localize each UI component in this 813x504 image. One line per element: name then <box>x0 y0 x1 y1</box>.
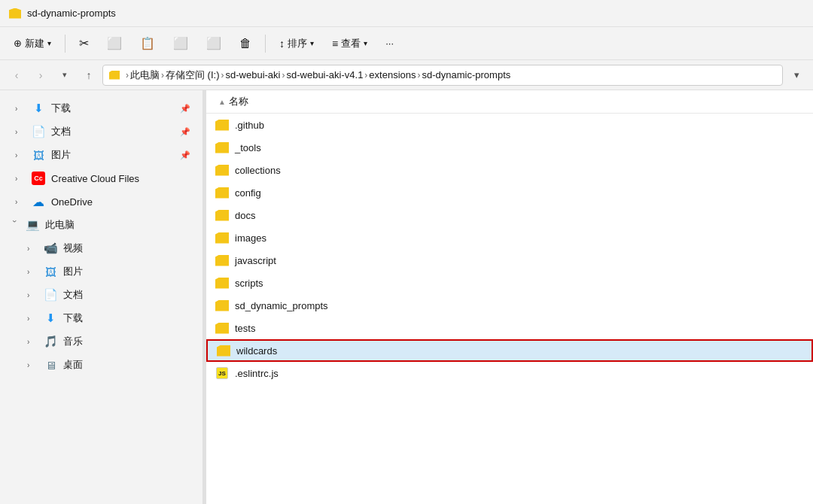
folder-icon <box>215 255 229 266</box>
file-row[interactable]: _tools <box>206 136 813 159</box>
path-segment-storage[interactable]: 存储空间 (I:) <box>166 68 220 82</box>
picture-icon: 🖼 <box>44 265 57 278</box>
column-name-label[interactable]: 名称 <box>229 95 804 108</box>
document-chevron-icon: › <box>27 291 38 299</box>
download-chevron-icon: › <box>15 105 26 113</box>
sidebar-item-downloads[interactable]: › ⬇ 下载 <box>3 307 199 329</box>
sidebar-item-onedrive[interactable]: › ☁ OneDrive <box>3 190 199 213</box>
recent-button[interactable]: ▾ <box>54 65 75 86</box>
file-row[interactable]: sd_dynamic_prompts <box>206 294 813 317</box>
delete-icon: 🗑 <box>239 37 251 50</box>
file-row[interactable]: images <box>206 226 813 249</box>
folder-icon <box>215 323 229 334</box>
path-sep-5: › <box>418 70 421 80</box>
file-row[interactable]: docs <box>206 204 813 226</box>
forward-button[interactable]: › <box>30 65 51 86</box>
file-row[interactable]: tests <box>206 317 813 339</box>
sidebar-item-desktop[interactable]: › 🖥 桌面 <box>3 354 199 376</box>
folder-icon <box>215 120 229 131</box>
sidebar-video-label: 视频 <box>63 241 190 255</box>
file-name-label: wildcards <box>236 345 277 357</box>
copy-button[interactable]: ⬜ <box>99 32 129 54</box>
js-file-icon: JS <box>215 366 229 380</box>
file-row[interactable]: .github <box>206 114 813 136</box>
paste-button[interactable]: 📋 <box>132 32 163 54</box>
sidebar-item-creative-cloud[interactable]: › Cc Creative Cloud Files <box>3 167 199 190</box>
file-name-label: tests <box>235 323 255 334</box>
back-button[interactable]: ‹ <box>6 65 27 86</box>
sidebar-document-label: 文档 <box>63 288 190 302</box>
document-icon: 📄 <box>44 288 57 302</box>
address-chevron-button[interactable]: ▾ <box>786 65 807 86</box>
more-button[interactable]: ··· <box>378 34 401 53</box>
rename-icon: ⬜ <box>173 36 188 50</box>
file-list-area: ▲ 名称 .github _tools collections config d… <box>206 90 813 504</box>
folder-icon <box>217 345 230 357</box>
copy-icon: ⬜ <box>107 36 122 50</box>
desktop-chevron-icon: › <box>27 361 38 369</box>
sidebar-item-document[interactable]: › 📄 文档 <box>3 284 199 306</box>
onedrive-icon: ☁ <box>32 195 45 208</box>
sidebar-item-images[interactable]: › 🖼 图片 📌 <box>3 144 199 166</box>
file-row[interactable]: scripts <box>206 272 813 294</box>
folder-icon <box>215 278 229 289</box>
paste-icon: 📋 <box>140 36 155 50</box>
downloads-chevron-icon: › <box>27 314 38 323</box>
sort-label: 排序 <box>288 37 307 50</box>
file-name-label: _tools <box>235 142 261 153</box>
images-pin-icon: 📌 <box>180 150 190 160</box>
file-name-label: config <box>235 187 261 199</box>
doc-pin-icon: 📌 <box>180 127 190 137</box>
sidebar-onedrive-label: OneDrive <box>51 196 190 208</box>
path-sep-4: › <box>364 70 367 80</box>
download-pin-icon: 📌 <box>180 104 190 114</box>
sidebar-images-label: 图片 <box>51 148 174 162</box>
rename-button[interactable]: ⬜ <box>166 32 196 54</box>
address-path[interactable]: › 此电脑 › 存储空间 (I:) › sd-webui-aki › sd-we… <box>102 65 783 86</box>
sidebar-picture-label: 图片 <box>63 265 190 278</box>
sidebar-doc-label: 文档 <box>51 125 174 138</box>
delete-button[interactable]: 🗑 <box>232 33 259 54</box>
sidebar-music-label: 音乐 <box>63 335 190 348</box>
toolbar: ⊕ 新建 ▾ ✂ ⬜ 📋 ⬜ ⬜ 🗑 ↕ 排序 ▾ ≡ 查看 ▾ ··· <box>0 27 813 60</box>
sidebar-item-video[interactable]: › 📹 视频 <box>3 237 199 260</box>
path-segment-sd-aki[interactable]: sd-webui-aki <box>226 69 281 80</box>
desktop-icon: 🖥 <box>44 358 57 372</box>
onedrive-chevron-icon: › <box>15 198 26 206</box>
folder-icon <box>215 210 229 221</box>
music-chevron-icon: › <box>27 338 38 346</box>
file-row[interactable]: JS .eslintrc.js <box>206 362 813 384</box>
up-button[interactable]: ↑ <box>78 65 99 86</box>
thispc-icon: 💻 <box>26 218 39 232</box>
view-label: 查看 <box>341 37 361 50</box>
share-button[interactable]: ⬜ <box>199 32 229 54</box>
file-name-label: scripts <box>235 278 263 289</box>
sidebar-item-doc[interactable]: › 📄 文档 📌 <box>3 120 199 143</box>
sort-button[interactable]: ↕ 排序 ▾ <box>272 33 321 54</box>
path-segment-dynamic-prompts[interactable]: sd-dynamic-prompts <box>422 69 511 80</box>
sidebar-item-music[interactable]: › 🎵 音乐 <box>3 330 199 353</box>
path-sep-3: › <box>282 70 285 80</box>
sidebar-item-download[interactable]: › ⬇ 下载 📌 <box>3 97 199 120</box>
folder-icon <box>215 187 229 199</box>
view-icon: ≡ <box>332 38 338 50</box>
sidebar-thispc-label: 此电脑 <box>45 218 190 232</box>
file-name-label: images <box>235 232 266 244</box>
sort-chevron-icon: ▾ <box>310 39 314 47</box>
file-row[interactable]: config <box>206 181 813 204</box>
path-segment-pc[interactable]: 此电脑 <box>130 68 160 82</box>
path-segment-sd-aki-v4[interactable]: sd-webui-aki-v4.1 <box>286 69 363 80</box>
path-segment-extensions[interactable]: extensions <box>369 69 416 80</box>
new-plus-icon: ⊕ <box>14 38 22 49</box>
sidebar-item-thispc[interactable]: › 💻 此电脑 <box>3 214 199 236</box>
new-button[interactable]: ⊕ 新建 ▾ <box>6 33 59 54</box>
view-button[interactable]: ≡ 查看 ▾ <box>324 33 375 54</box>
cut-button[interactable]: ✂ <box>72 32 96 54</box>
file-row[interactable]: wildcards <box>206 339 813 362</box>
toolbar-divider-1 <box>65 35 65 53</box>
file-row[interactable]: javascript <box>206 249 813 272</box>
column-header[interactable]: ▲ 名称 <box>206 90 813 114</box>
file-row[interactable]: collections <box>206 159 813 181</box>
path-folder-icon <box>109 71 120 80</box>
sidebar-item-picture[interactable]: › 🖼 图片 <box>3 260 199 283</box>
